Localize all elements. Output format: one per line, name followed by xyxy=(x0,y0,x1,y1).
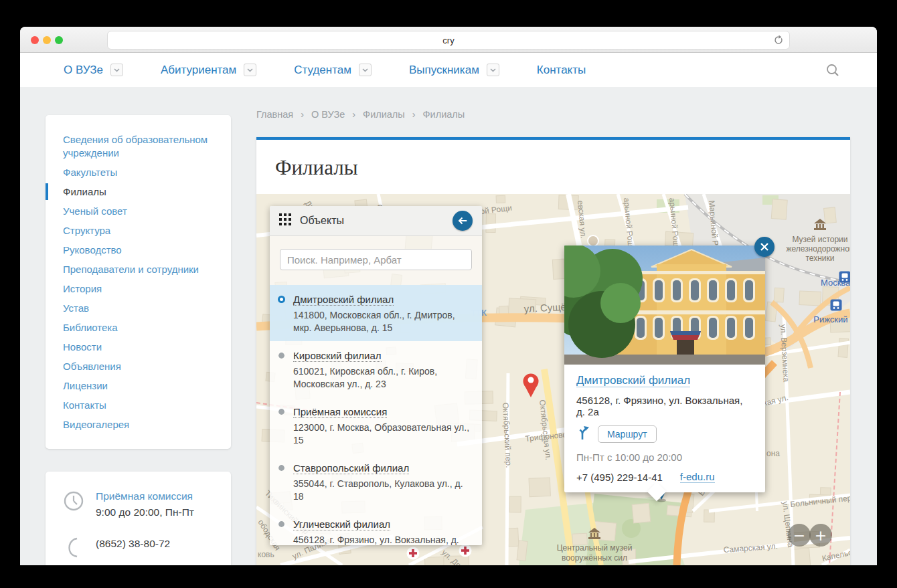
sidebar-item-2[interactable]: Факультеты xyxy=(63,163,214,182)
svg-text:техники: техники xyxy=(805,254,834,263)
breadcrumb-item-2[interactable]: О ВУЗе xyxy=(311,109,345,120)
svg-text:Москва-Рижская: Москва-Рижская xyxy=(821,278,850,288)
browser-titlebar: сгу xyxy=(20,27,877,53)
breadcrumb-separator: › xyxy=(301,109,304,120)
bullet-icon xyxy=(278,409,284,415)
sidebar-item-7[interactable]: Преподаватели и сотрудники xyxy=(63,260,214,279)
grid-icon xyxy=(279,213,291,228)
nav-item-2[interactable]: Абитуриентам xyxy=(161,64,256,77)
sidebar-item-11[interactable]: Новости xyxy=(63,337,214,357)
minimize-window-button[interactable] xyxy=(43,36,51,44)
object-address: 610021, Кировская обл., г. Киров, Москов… xyxy=(293,365,471,391)
object-title-link[interactable]: Угличевский филиал xyxy=(293,518,390,530)
breadcrumb-item-1[interactable]: Главная xyxy=(256,109,293,120)
phone-icon xyxy=(63,536,84,561)
object-title-link[interactable]: Ставропольский филиал xyxy=(293,462,409,474)
svg-text:железнодорожной: железнодорожной xyxy=(786,244,850,254)
svg-text:вооружённых сил: вооружённых сил xyxy=(562,553,627,563)
nav-item-label: Абитуриентам xyxy=(161,64,236,77)
search-icon[interactable] xyxy=(825,63,840,78)
nav-item-4[interactable]: Выпускникам xyxy=(409,64,499,77)
sidebar-item-13[interactable]: Лицензии xyxy=(63,376,214,395)
svg-text:Музей истории: Музей истории xyxy=(792,235,847,244)
objects-panel: Объекты Дмитровский филиал141800, Москов… xyxy=(270,206,482,545)
breadcrumb-item-4[interactable]: Филиалы xyxy=(423,109,465,120)
objects-panel-header: Объекты xyxy=(270,206,482,236)
breadcrumb-separator: › xyxy=(412,109,416,120)
sidebar-item-15[interactable]: Видеогалерея xyxy=(63,415,214,434)
site-navbar: О ВУЗеАбитуриентамСтудентамВыпускникамКо… xyxy=(20,53,877,88)
bullet-icon xyxy=(278,465,284,471)
nav-item-label: О ВУЗе xyxy=(64,64,103,77)
chevron-down-icon[interactable] xyxy=(244,64,256,76)
bullet-icon xyxy=(278,521,284,527)
page-title: Филиалы xyxy=(275,156,850,180)
admissions-hours: 9:00 до 20:00, Пн-Пт xyxy=(96,505,194,519)
object-list-item-1[interactable]: Дмитровский филиал141800, Московская обл… xyxy=(270,285,482,341)
chevron-down-icon[interactable] xyxy=(359,64,372,76)
balloon-site-link[interactable]: f-edu.ru xyxy=(680,471,715,483)
train-station-icon xyxy=(831,300,842,311)
route-button[interactable]: Маршрут xyxy=(598,425,657,443)
chevron-down-icon[interactable] xyxy=(110,64,123,76)
object-address: 141800, Московская обл., г. Дмитров, мкр… xyxy=(293,309,471,334)
objects-panel-title: Объекты xyxy=(300,215,444,227)
object-address: 123000, г. Москва, Образовательная ул., … xyxy=(293,421,471,447)
svg-text:она: она xyxy=(766,449,780,458)
sidebar-item-14[interactable]: Контакты xyxy=(63,395,214,415)
sidebar-item-4[interactable]: Ученый совет xyxy=(63,201,214,221)
balloon-title-link[interactable]: Дмитровский филиал xyxy=(576,374,690,387)
admissions-link[interactable]: Приёмная комиссия xyxy=(96,490,194,502)
branch-balloon: Дмитровский филиал 456128, г. Фрязино, у… xyxy=(564,246,765,492)
reload-icon[interactable] xyxy=(773,35,784,45)
sidebar-item-9[interactable]: Устав xyxy=(63,298,214,318)
browser-window: сгу О ВУЗеАбитуриентамСтудентамВыпускник… xyxy=(20,27,877,565)
object-list-item-3[interactable]: Приёмная комиссия123000, г. Москва, Обра… xyxy=(270,397,482,454)
objects-search-area xyxy=(270,236,482,285)
sidebar-item-1[interactable]: Сведения об образовательном учреждении xyxy=(63,130,214,163)
object-address: 456128, г. Фрязино, ул. Вокзальная, д. 2… xyxy=(293,534,471,545)
objects-search-input[interactable] xyxy=(280,249,472,270)
fullscreen-window-button[interactable] xyxy=(55,36,63,44)
zoom-out-button[interactable]: − xyxy=(788,524,811,547)
sidebar-item-6[interactable]: Руководство xyxy=(63,240,214,260)
sidebar-item-10[interactable]: Библиотека xyxy=(63,318,214,337)
bullet-icon xyxy=(278,353,284,359)
sidebar-item-5[interactable]: Структура xyxy=(63,221,214,240)
clock-icon xyxy=(63,490,84,519)
balloon-address: 456128, г. Фрязино, ул. Вокзальная, д. 2… xyxy=(576,395,753,417)
sidebar-item-12[interactable]: Объявления xyxy=(63,357,214,376)
svg-text:Центральный музей: Центральный музей xyxy=(557,543,633,553)
sidebar-item-8[interactable]: История xyxy=(63,279,214,298)
balloon-hours: Пн-Пт с 10:00 до 20:00 xyxy=(576,452,753,463)
nav-item-label: Выпускникам xyxy=(409,64,479,77)
breadcrumb-item-3[interactable]: Филиалы xyxy=(363,109,405,120)
nav-items: О ВУЗеАбитуриентамСтудентамВыпускникамКо… xyxy=(64,64,586,77)
nav-item-3[interactable]: Студентам xyxy=(294,64,372,77)
object-list-item-4[interactable]: Ставропольский филиал355044, г. Ставропо… xyxy=(270,454,482,510)
back-button[interactable] xyxy=(453,211,473,231)
object-title-link[interactable]: Приёмная комиссия xyxy=(293,406,387,418)
phone-number: (8652) 38-80-72 xyxy=(96,536,170,551)
object-list-item-2[interactable]: Кировский филиал610021, Кировская обл., … xyxy=(270,341,482,397)
nav-item-1[interactable]: О ВУЗе xyxy=(64,64,123,77)
zoom-in-button[interactable]: + xyxy=(809,524,832,547)
close-icon[interactable] xyxy=(754,237,774,257)
object-title-link[interactable]: Дмитровский филиал xyxy=(293,294,394,306)
nav-item-5[interactable]: Контакты xyxy=(537,64,586,77)
nav-item-label: Студентам xyxy=(294,64,351,77)
breadcrumb-separator: › xyxy=(352,109,355,120)
object-address: 355044, г. Ставрополь, Кулакова ул., д. … xyxy=(293,478,471,503)
chevron-down-icon[interactable] xyxy=(487,64,499,76)
objects-list: Дмитровский филиал141800, Московская обл… xyxy=(270,285,482,545)
branch-photo xyxy=(564,246,765,365)
map-widget[interactable]: ДвиСтрй пр-д Марьиной Рощиевская ул.арьи… xyxy=(256,194,850,565)
address-bar[interactable]: сгу xyxy=(107,31,790,50)
svg-text:Рижский вокзал: Рижский вокзал xyxy=(813,314,850,324)
close-window-button[interactable] xyxy=(31,36,39,44)
object-title-link[interactable]: Кировский филиал xyxy=(293,350,382,362)
sidebar-item-3[interactable]: Филиалы xyxy=(63,182,214,201)
sidebar-menu: Сведения об образовательном учрежденииФа… xyxy=(46,115,231,449)
svg-text:ковь: ковь xyxy=(258,550,274,559)
object-list-item-5[interactable]: Угличевский филиал456128, г. Фрязино, ул… xyxy=(270,510,482,545)
